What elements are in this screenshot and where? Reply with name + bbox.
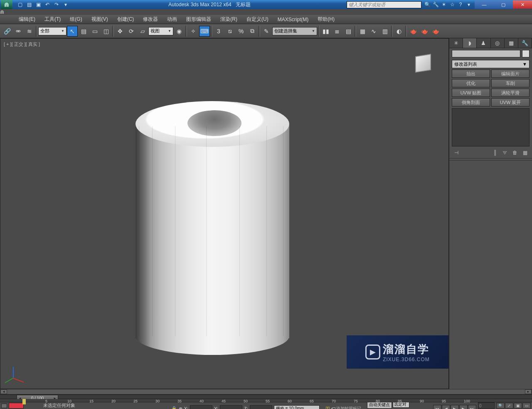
render-setup-icon[interactable]: 🫖 xyxy=(408,26,419,37)
next-frame-icon[interactable]: ▶ xyxy=(459,405,468,409)
tag-icon[interactable]: 🏷 xyxy=(331,406,335,409)
window-crossing-icon[interactable]: ◫ xyxy=(101,26,111,37)
help-search-input[interactable] xyxy=(347,1,421,8)
time-slider-track[interactable]: 0 / 100 xyxy=(0,394,532,399)
menu-create[interactable]: 创建(C) xyxy=(113,15,138,24)
menu-modifiers[interactable]: 修改器 xyxy=(139,15,162,24)
goto-start-icon[interactable]: ⏮ xyxy=(433,405,441,409)
pivot-icon[interactable]: ◉ xyxy=(174,26,185,37)
play-icon[interactable]: ▶ xyxy=(451,405,459,409)
graphite-ribbon-icon[interactable]: ▦ xyxy=(357,26,368,37)
close-button[interactable]: ✕ xyxy=(513,0,532,9)
configure-sets-icon[interactable]: ▦ xyxy=(521,149,529,156)
show-end-icon[interactable]: ║ xyxy=(491,149,499,156)
select-name-icon[interactable]: ▤ xyxy=(78,26,89,37)
goto-end-icon[interactable]: ⏭ xyxy=(468,405,476,409)
lock-icon[interactable]: 🔒 xyxy=(171,406,177,409)
menu-maxscript[interactable]: MAXScript(M) xyxy=(273,16,313,23)
comm-icon[interactable]: ✶ xyxy=(441,1,447,8)
material-editor-icon[interactable]: ◐ xyxy=(394,26,404,37)
pin-stack-icon[interactable]: ⊣ xyxy=(453,149,460,156)
viewcube[interactable] xyxy=(411,51,436,76)
search-icon[interactable]: 🔍 xyxy=(424,1,431,8)
coord-x-input[interactable] xyxy=(190,405,212,409)
mod-btn-1[interactable]: 编辑面片 xyxy=(491,69,530,78)
coord-z-input[interactable] xyxy=(250,405,272,409)
menu-grapheditors[interactable]: 图形编辑器 xyxy=(182,15,215,24)
script-color[interactable] xyxy=(9,403,24,409)
layers-icon[interactable]: ▤ xyxy=(343,26,354,37)
modifier-list-combo[interactable]: 修改器列表▼ xyxy=(452,60,530,68)
tab-motion[interactable]: ◎ xyxy=(491,38,505,48)
bind-icon[interactable]: ≋ xyxy=(24,26,35,37)
select-region-rect-icon[interactable]: ▭ xyxy=(89,26,100,37)
help-icon[interactable]: ? xyxy=(457,1,464,8)
isolate-icon[interactable]: ⊕ xyxy=(179,406,182,409)
tab-display[interactable]: ▦ xyxy=(505,38,518,48)
menu-tools[interactable]: 工具(T) xyxy=(40,15,65,24)
menu-rendering[interactable]: 渲染(R) xyxy=(216,15,241,24)
new-icon[interactable]: ▢ xyxy=(16,1,24,8)
tab-create[interactable]: ✳ xyxy=(449,38,463,48)
named-selection-combo[interactable]: 创建选择集▼ xyxy=(272,27,317,35)
mod-btn-4[interactable]: UVW 贴图 xyxy=(452,89,490,97)
percent-snap-icon[interactable]: % xyxy=(236,26,246,37)
mod-btn-3[interactable]: 车削 xyxy=(491,79,530,87)
keyboard-shortcut-icon[interactable]: ⌨ xyxy=(199,26,210,37)
zoom-ext-icon[interactable]: ▣ xyxy=(514,403,522,409)
tab-hierarchy[interactable]: ♟ xyxy=(477,38,490,48)
unlink-icon[interactable]: ⚮ xyxy=(13,26,24,37)
prev-frame-icon[interactable]: ◀ xyxy=(442,405,450,409)
move-icon[interactable]: ✥ xyxy=(115,26,126,37)
viewport-label[interactable]: [ + ][ 正交 ][ 真实 ] xyxy=(4,41,40,47)
zoom-all-icon[interactable]: ⤢ xyxy=(505,403,513,409)
make-unique-icon[interactable]: ⩔ xyxy=(501,149,509,156)
scroll-left-icon[interactable]: ◄ xyxy=(0,389,7,394)
object-name-input[interactable] xyxy=(452,50,520,57)
menu-edit[interactable]: 编辑(E) xyxy=(15,15,39,24)
time-ruler[interactable]: 0510152025303540455055606570758085909510… xyxy=(0,399,532,402)
maximize-button[interactable]: ▢ xyxy=(494,0,513,9)
coord-y-input[interactable] xyxy=(220,405,242,409)
ref-coord-combo[interactable]: 视图▼ xyxy=(148,27,173,35)
app-menu-button[interactable]: ⋒ xyxy=(0,9,532,15)
redo-icon[interactable]: ↷ xyxy=(52,1,61,8)
menu-customize[interactable]: 自定义(U) xyxy=(242,15,273,24)
undo-icon[interactable]: ↶ xyxy=(43,1,52,8)
select-object-icon[interactable]: ↖ xyxy=(67,26,78,37)
mirror-icon[interactable]: ▮▮ xyxy=(320,26,331,37)
tab-modify[interactable]: ◗ xyxy=(463,38,477,48)
tab-utilities[interactable]: 🔧 xyxy=(518,38,532,48)
fov-icon[interactable]: ▭ xyxy=(522,403,531,409)
mod-btn-6[interactable]: 倒角剖面 xyxy=(452,98,490,107)
viewport[interactable]: [ + ][ 正交 ][ 真实 ] ▶ 溜溜自学 ZIXUE.3D66.COM xyxy=(0,38,449,389)
add-time-tag[interactable]: 添加时间标记 xyxy=(336,406,361,409)
viewport-scrollbar-h[interactable]: ◄ ► xyxy=(0,389,532,394)
subs-icon[interactable]: 🔧 xyxy=(432,1,439,8)
snap-toggle-icon[interactable]: 3 xyxy=(213,26,224,37)
rotate-icon[interactable]: ⟳ xyxy=(126,26,137,37)
object-color-swatch[interactable] xyxy=(522,50,530,57)
menu-group[interactable]: 组(G) xyxy=(66,15,86,24)
fav-icon[interactable]: ☆ xyxy=(449,1,456,8)
current-frame-input[interactable] xyxy=(478,402,495,409)
remove-mod-icon[interactable]: 🗑 xyxy=(511,149,519,156)
align-icon[interactable]: ≣ xyxy=(332,26,342,37)
link-icon[interactable]: 🔗 xyxy=(2,26,12,37)
manip-icon[interactable]: ✧ xyxy=(188,26,199,37)
qat-dropdown-icon[interactable]: ▾ xyxy=(62,1,70,8)
mini-listener-toggle[interactable] xyxy=(1,404,7,409)
render-prod-icon[interactable]: 🫖 xyxy=(430,26,441,37)
scale-icon[interactable]: ▱ xyxy=(137,26,148,37)
open-icon[interactable]: ▤ xyxy=(25,1,33,8)
scroll-right-icon[interactable]: ► xyxy=(525,389,532,394)
edit-named-sel-icon[interactable]: ✎ xyxy=(261,26,272,37)
spinner-snap-icon[interactable]: ⧉ xyxy=(247,26,258,37)
minimize-button[interactable]: — xyxy=(475,0,494,9)
selection-filter-combo[interactable]: 全部▼ xyxy=(38,27,66,35)
app-logo[interactable]: ⋒ xyxy=(1,0,12,9)
save-icon[interactable]: ▣ xyxy=(34,1,42,8)
mod-btn-7[interactable]: UVW 展开 xyxy=(491,98,530,107)
key-icon[interactable]: ⚿ xyxy=(325,406,330,409)
curve-editor-icon[interactable]: ∿ xyxy=(368,26,379,37)
